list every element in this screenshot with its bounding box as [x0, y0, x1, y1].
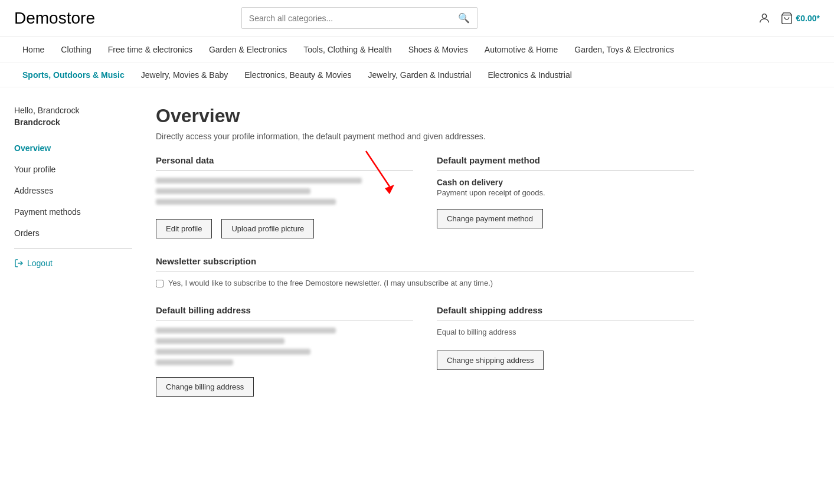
sidebar: Hello, Brandcrock Brandcrock Overview Yo…: [14, 105, 132, 414]
search-bar: 🔍: [241, 7, 477, 29]
cart-icon-area[interactable]: €0.00*: [780, 12, 819, 25]
address-row: Default billing address Change billing a…: [156, 305, 694, 397]
nav-garden-toys[interactable]: Garden, Toys & Electronics: [566, 37, 682, 63]
main-container: Hello, Brandcrock Brandcrock Overview Yo…: [0, 87, 708, 432]
default-payment-section: Default payment method Cash on delivery …: [437, 155, 694, 238]
logout-icon: [14, 258, 24, 268]
cart-icon: [780, 12, 793, 25]
newsletter-checkbox[interactable]: [156, 280, 163, 287]
change-billing-button[interactable]: Change billing address: [156, 377, 254, 397]
billing-address-lines: [156, 328, 413, 365]
sidebar-item-addresses[interactable]: Addresses: [14, 180, 132, 201]
page-subtitle: Directly access your profile information…: [156, 132, 694, 141]
billing-address-section: Default billing address Change billing a…: [156, 305, 413, 397]
logout-label: Logout: [27, 258, 53, 268]
payment-desc: Payment upon receipt of goods.: [437, 188, 694, 197]
search-input[interactable]: [242, 8, 451, 28]
user-icon: [758, 12, 771, 25]
nav-electronics-industrial[interactable]: Electronics & Industrial: [479, 63, 580, 87]
newsletter-check-area: Yes, I would like to subscribe to the fr…: [156, 279, 694, 287]
nav-shoes[interactable]: Shoes & Movies: [400, 37, 476, 63]
personal-payment-row: Personal data Edit profile Upload profil…: [156, 155, 694, 238]
nav-electronics-beauty[interactable]: Electronics, Beauty & Movies: [236, 63, 359, 87]
edit-profile-button[interactable]: Edit profile: [156, 219, 212, 238]
upload-picture-button[interactable]: Upload profile picture: [221, 219, 314, 238]
svg-line-3: [366, 151, 390, 186]
nav-home[interactable]: Home: [14, 37, 53, 63]
billing-blur-2: [156, 338, 284, 344]
nav-tools[interactable]: Tools, Clothing & Health: [295, 37, 400, 63]
nav-freetime[interactable]: Free time & electronics: [100, 37, 201, 63]
profile-picture-area: [156, 178, 413, 205]
header: Demostore 🔍 €0.00*: [0, 0, 834, 37]
search-button[interactable]: 🔍: [451, 8, 477, 28]
logo-light: store: [58, 9, 95, 27]
blur-line-3: [156, 199, 336, 205]
content: Overview Directly access your profile in…: [156, 105, 694, 414]
newsletter-title: Newsletter subscription: [156, 256, 694, 271]
nav-jewelry-garden[interactable]: Jewelry, Garden & Industrial: [360, 63, 480, 87]
change-shipping-button[interactable]: Change shipping address: [437, 351, 544, 370]
sidebar-item-orders[interactable]: Orders: [14, 222, 132, 244]
page-title: Overview: [156, 105, 694, 127]
logo[interactable]: Demostore: [14, 9, 95, 28]
sidebar-item-profile[interactable]: Your profile: [14, 159, 132, 180]
sidebar-item-overview[interactable]: Overview: [14, 138, 132, 159]
newsletter-section: Newsletter subscription Yes, I would lik…: [156, 256, 694, 287]
sidebar-divider: [14, 248, 132, 249]
red-arrow: [360, 148, 401, 195]
profile-buttons: Edit profile Upload profile picture: [156, 214, 413, 238]
payment-info: Cash on delivery Payment upon receipt of…: [437, 178, 694, 197]
logout-link[interactable]: Logout: [14, 254, 132, 273]
shipping-equal-text: Equal to billing address: [437, 328, 694, 336]
nav-automotive[interactable]: Automotive & Home: [476, 37, 567, 63]
sidebar-item-payment[interactable]: Payment methods: [14, 201, 132, 222]
nav-row2: Sports, Outdoors & Music Jewelry, Movies…: [0, 63, 834, 87]
blur-line-1: [156, 178, 362, 184]
sidebar-greeting: Hello, Brandcrock Brandcrock: [14, 105, 132, 128]
logo-bold: Demo: [14, 9, 58, 27]
change-payment-button[interactable]: Change payment method: [437, 209, 543, 228]
shipping-title: Default shipping address: [437, 305, 694, 320]
payment-name: Cash on delivery: [437, 178, 694, 187]
newsletter-label: Yes, I would like to subscribe to the fr…: [168, 279, 493, 287]
blur-line-2: [156, 188, 310, 194]
billing-blur-3: [156, 349, 310, 355]
nav-row1: Home Clothing Free time & electronics Ga…: [0, 37, 834, 63]
nav-jewelry-movies[interactable]: Jewelry, Movies & Baby: [133, 63, 237, 87]
personal-data-section: Personal data Edit profile Upload profil…: [156, 155, 413, 238]
nav-sports[interactable]: Sports, Outdoors & Music: [14, 63, 133, 87]
shipping-address-section: Default shipping address Equal to billin…: [437, 305, 694, 397]
account-icon-area[interactable]: [758, 12, 771, 25]
billing-blur-1: [156, 328, 336, 333]
payment-section-title: Default payment method: [437, 155, 694, 171]
header-icons: €0.00*: [758, 12, 819, 25]
sidebar-nav: Overview Your profile Addresses Payment …: [14, 138, 132, 244]
nav-garden-electronics[interactable]: Garden & Electronics: [201, 37, 295, 63]
billing-title: Default billing address: [156, 305, 413, 320]
billing-blur-4: [156, 359, 233, 365]
nav-clothing[interactable]: Clothing: [53, 37, 99, 63]
svg-point-0: [763, 14, 767, 18]
cart-price: €0.00*: [796, 14, 819, 23]
